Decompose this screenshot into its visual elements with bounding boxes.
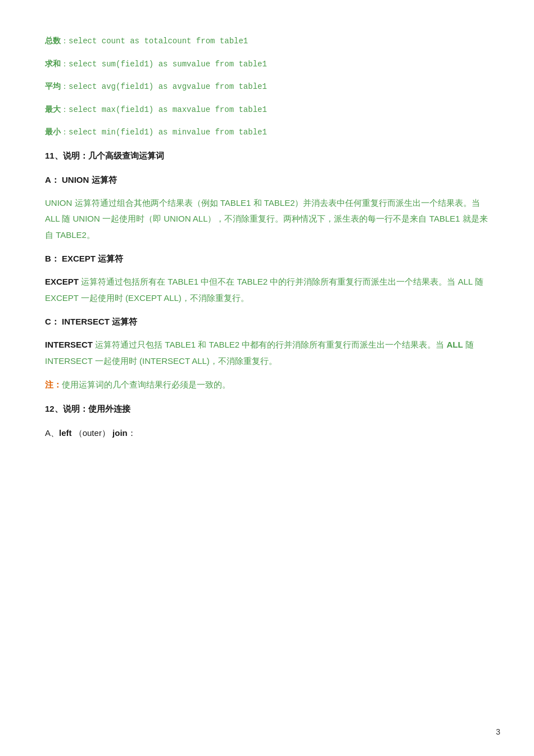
minvalue-text: ：select min(field1) as minvalue from tab… (61, 128, 267, 137)
sectionB-label-b: B： (45, 254, 60, 263)
sectionC-all-bold: ALL (447, 340, 463, 349)
sectionB-label-op: 运算符 (98, 254, 123, 263)
sectionC-label-c: C： (45, 317, 60, 326)
sectionA-heading: A： UNION 运算符 (45, 172, 489, 187)
sumvalue-text: ：select sum(field1) as sumvalue from tab… (61, 60, 267, 69)
totalcount-keyword: 总数 (45, 37, 61, 46)
sectionC-para: INTERSECT 运算符通过只包括 TABLE1 和 TABLE2 中都有的行… (45, 337, 489, 369)
sectionC-intersect-bold: INTERSECT (45, 340, 93, 349)
totalcount-text: ：select count as totalcount from table1 (61, 37, 248, 46)
join-keyword: join (112, 428, 128, 438)
sectionC-intersect: INTERSECT (62, 317, 112, 326)
sumvalue-keyword: 求和 (45, 60, 61, 69)
sectionA-label-a: A： (45, 175, 60, 184)
avgvalue-text: ：select avg(field1) as avgvalue from tab… (61, 82, 267, 91)
avgvalue-line: 平均：select avg(field1) as avgvalue from t… (45, 79, 489, 94)
outer-join-line: A、left （outer） join： (45, 425, 489, 442)
avgvalue-keyword: 平均 (45, 82, 61, 91)
note-line: 注：使用运算词的几个查询结果行必须是一致的。 (45, 377, 489, 393)
sectionB-except-bold: EXCEPT (45, 277, 79, 286)
maxvalue-line: 最大：select max(field1) as maxvalue from t… (45, 102, 489, 118)
minvalue-keyword: 最小 (45, 128, 61, 137)
left-keyword: left (59, 428, 72, 438)
totalcount-line: 总数：select count as totalcount from table… (45, 34, 489, 49)
maxvalue-text: ：select max(field1) as maxvalue from tab… (61, 105, 267, 114)
note-label: 注： (45, 380, 62, 389)
sectionB-except: EXCEPT (62, 254, 98, 263)
sectionC-heading: C： INTERSECT 运算符 (45, 314, 489, 329)
sectionA-label-op: 运算符 (92, 175, 117, 184)
maxvalue-keyword: 最大 (45, 105, 61, 114)
sumvalue-line: 求和：select sum(field1) as sumvalue from t… (45, 57, 489, 72)
sectionA-union: UNION (62, 175, 92, 184)
sectionA-para: UNION 运算符通过组合其他两个结果表（例如 TABLE1 和 TABLE2）… (45, 195, 489, 244)
minvalue-line: 最小：select min(field1) as minvalue from t… (45, 125, 489, 140)
outer-paren: （outer） (74, 428, 110, 438)
sectionC-label-op: 运算符 (112, 317, 137, 326)
note-content: 使用运算词的几个查询结果行必须是一致的。 (62, 380, 230, 389)
page-number: 3 (496, 725, 500, 739)
section12-heading: 12、说明：使用外连接 (45, 401, 489, 416)
sectionB-para: EXCEPT 运算符通过包括所有在 TABLE1 中但不在 TABLE2 中的行… (45, 274, 489, 306)
sectionB-heading: B： EXCEPT 运算符 (45, 251, 489, 266)
section11-heading: 11、说明：几个高级查询运算词 (45, 148, 489, 163)
